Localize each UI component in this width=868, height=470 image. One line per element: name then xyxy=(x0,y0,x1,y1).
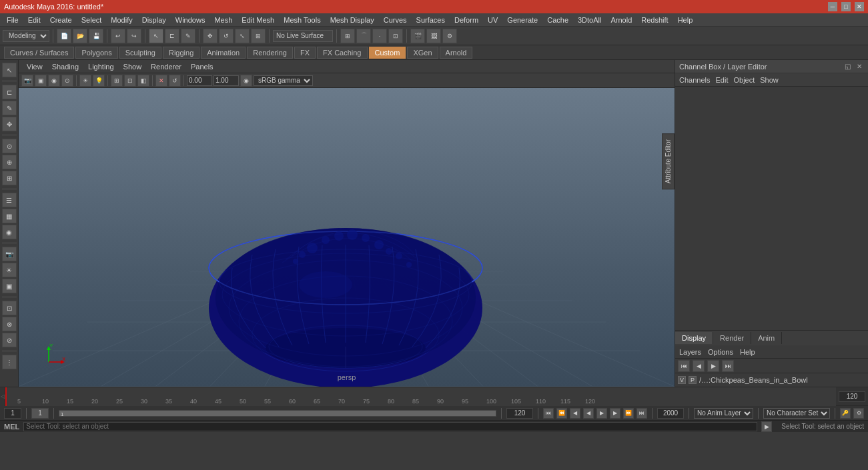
step-forward-btn[interactable]: ▶ xyxy=(707,360,719,372)
anim-prefs-btn[interactable]: ⚙ xyxy=(853,408,864,419)
viewport-menu-view[interactable]: View xyxy=(23,62,47,71)
paint-select-btn[interactable]: ✎ xyxy=(181,29,195,43)
tab-anim[interactable]: Anim xyxy=(751,332,782,344)
menu-arnold[interactable]: Arnold xyxy=(606,15,636,25)
attribute-editor-tab[interactable]: Attribute Editor xyxy=(662,133,675,189)
vt-exposure-input[interactable]: 0.00 xyxy=(187,75,212,86)
playback-range-bar[interactable]: 1 xyxy=(59,410,496,417)
play-forward-btn[interactable]: ▶ xyxy=(596,408,607,419)
vt-light2-btn[interactable]: 💡 xyxy=(93,75,105,87)
help-menu[interactable]: Help xyxy=(740,348,755,356)
mel-execute-btn[interactable]: ▶ xyxy=(761,421,772,432)
scale-tool-btn[interactable]: ⤡ xyxy=(235,29,250,43)
vt-shadow-btn[interactable]: ◧ xyxy=(137,75,149,87)
layers-menu[interactable]: Layers xyxy=(679,348,701,356)
universal-tool-btn[interactable]: ⊞ xyxy=(251,29,266,43)
menu-mesh[interactable]: Mesh xyxy=(210,15,236,25)
viewport-menu-renderer[interactable]: Renderer xyxy=(147,62,185,71)
viewport-menu-panels[interactable]: Panels xyxy=(187,62,218,71)
play-back-btn[interactable]: ◀ xyxy=(583,408,594,419)
layer-playback-checkbox[interactable]: P xyxy=(689,376,697,384)
anim-layer-dropdown[interactable]: No Anim Layer xyxy=(694,408,753,419)
vt-x-btn[interactable]: ✕ xyxy=(155,75,167,87)
close-button[interactable]: ✕ xyxy=(855,2,864,11)
menu-3dtoall[interactable]: 3DtoAll xyxy=(574,15,605,25)
camera-btn[interactable]: 📷 xyxy=(2,247,17,261)
mode-fx[interactable]: FX xyxy=(294,47,316,59)
redo-btn[interactable]: ↪ xyxy=(127,29,141,43)
playback-end-field[interactable] xyxy=(506,408,533,419)
vt-light1-btn[interactable]: ☀ xyxy=(79,75,91,87)
forward-layers-btn[interactable]: ⏭ xyxy=(722,360,734,372)
lasso-btn[interactable]: ⊏ xyxy=(2,85,17,99)
mode-arnold[interactable]: Arnold xyxy=(440,47,473,59)
menu-mesh-tools[interactable]: Mesh Tools xyxy=(280,15,324,25)
timeline-ruler[interactable]: 5 10 15 20 25 30 35 40 45 50 55 60 65 70… xyxy=(5,387,836,406)
step-back-btn[interactable]: ⏮ xyxy=(543,408,554,419)
vt-wire-btn[interactable]: ◉ xyxy=(48,75,60,87)
vt-colorspace-dropdown[interactable]: sRGB gamma xyxy=(254,75,313,86)
paint-btn[interactable]: ✎ xyxy=(2,101,17,115)
light-btn[interactable]: ☀ xyxy=(2,263,17,277)
menu-cache[interactable]: Cache xyxy=(543,15,572,25)
step-forward-btn[interactable]: ⏭ xyxy=(636,408,647,419)
mode-xgen[interactable]: XGen xyxy=(407,47,438,59)
tool2-btn[interactable]: ⊗ xyxy=(2,317,17,331)
move-tool-btn[interactable]: ✥ xyxy=(203,29,218,43)
bowl-mesh[interactable] xyxy=(179,161,512,387)
prev-frame-btn[interactable]: ⏪ xyxy=(556,408,567,419)
rewind-layers-btn[interactable]: ⏮ xyxy=(678,360,690,372)
tool1-btn[interactable]: ⊡ xyxy=(2,301,17,315)
render-settings-btn[interactable]: ⚙ xyxy=(442,29,457,43)
viewport-menu-show[interactable]: Show xyxy=(119,62,146,71)
bridge-btn[interactable]: ⊞ xyxy=(2,171,17,185)
mel-input[interactable] xyxy=(23,422,757,431)
next-key-btn[interactable]: ▶ xyxy=(610,408,620,419)
snap-grid-btn[interactable]: ⊞ xyxy=(340,29,355,43)
mode-sculpting[interactable]: Sculpting xyxy=(119,47,161,59)
mode-animation[interactable]: Animation xyxy=(201,47,246,59)
mode-curves-surfaces[interactable]: Curves / Surfaces xyxy=(4,47,74,59)
menu-edit-mesh[interactable]: Edit Mesh xyxy=(238,15,278,25)
snap-btn[interactable]: ⊙ xyxy=(2,139,17,153)
mode-polygons[interactable]: Polygons xyxy=(75,47,117,59)
menu-select[interactable]: Select xyxy=(77,15,106,25)
mode-custom[interactable]: Custom xyxy=(369,47,406,59)
3d-canvas[interactable]: X Y persp xyxy=(19,88,675,387)
menu-curves[interactable]: Curves xyxy=(380,15,411,25)
select-tool-btn[interactable]: ↖ xyxy=(149,29,163,43)
render-current-btn[interactable]: 🎬 xyxy=(410,29,425,43)
new-file-btn[interactable]: 📄 xyxy=(57,29,71,43)
layer-visible-checkbox[interactable]: V xyxy=(678,376,686,384)
menu-file[interactable]: File xyxy=(3,15,23,25)
options-menu[interactable]: Options xyxy=(708,348,733,356)
display-mode-btn[interactable]: ☰ xyxy=(2,193,17,207)
panel-close-btn[interactable]: ✕ xyxy=(855,62,864,71)
menu-help[interactable]: Help xyxy=(674,15,697,25)
menu-generate[interactable]: Generate xyxy=(503,15,542,25)
tab-render[interactable]: Render xyxy=(713,332,751,344)
save-file-btn[interactable]: 💾 xyxy=(89,29,103,43)
menu-modify[interactable]: Modify xyxy=(107,15,136,25)
mode-dropdown[interactable]: Modeling xyxy=(3,30,49,42)
next-frame-btn[interactable]: ⏩ xyxy=(623,408,634,419)
show-menu[interactable]: Show xyxy=(760,76,779,84)
menu-redshift[interactable]: Redshift xyxy=(637,15,672,25)
viewport-menu-shading[interactable]: Shading xyxy=(48,62,83,71)
more-btn[interactable]: ⋮ xyxy=(2,355,17,369)
rotate-tool-btn[interactable]: ↺ xyxy=(219,29,234,43)
frame-start-field[interactable]: 1 xyxy=(4,408,21,419)
menu-surfaces[interactable]: Surfaces xyxy=(412,15,449,25)
step-back-btn[interactable]: ◀ xyxy=(693,360,705,372)
panel-float-btn[interactable]: ◱ xyxy=(843,62,852,71)
vt-smooth-btn[interactable]: ⊙ xyxy=(61,75,73,87)
vt-hud-btn[interactable]: ⊡ xyxy=(124,75,136,87)
menu-deform[interactable]: Deform xyxy=(450,15,482,25)
snap-surface-btn[interactable]: ⊡ xyxy=(388,29,403,43)
undo-btn[interactable]: ↩ xyxy=(111,29,125,43)
anim-end-field[interactable] xyxy=(657,408,684,419)
prev-key-btn[interactable]: ◀ xyxy=(570,408,580,419)
menu-uv[interactable]: UV xyxy=(484,15,502,25)
playhead[interactable] xyxy=(5,387,7,406)
maximize-button[interactable]: □ xyxy=(841,2,851,11)
